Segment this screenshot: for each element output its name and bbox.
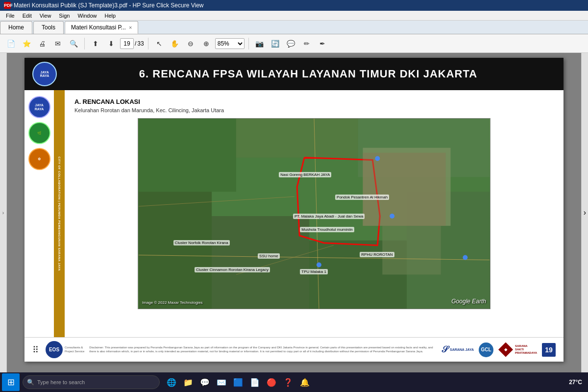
google-earth-badge: Google Earth: [451, 298, 486, 305]
taskbar-right: 27°C: [569, 379, 586, 386]
svg-rect-2: [236, 119, 358, 158]
left-arrow-icon: ›: [2, 210, 4, 216]
right-panel-toggle[interactable]: ›: [581, 53, 588, 372]
map-label-ssu: SSU home: [258, 253, 280, 259]
toolbar-separator-2: [148, 38, 148, 49]
zoom-select[interactable]: 85% 50% 75% 100% 125% 150% 200%: [215, 38, 245, 49]
page-main-title: 6. RENCANA FPSA WILAYAH LAYANAN TIMUR DK…: [61, 68, 556, 80]
title-bar: PDF Materi Konsultasi Publik (SJ Templat…: [0, 0, 588, 11]
menu-bar: File Edit View Sign Window Help: [0, 11, 588, 21]
page-header: JAYARAYA 6. RENCANA FPSA WILAYAH LAYANAN…: [24, 58, 564, 90]
location-text: Kelurahan Rorotan dan Marunda, Kec. Cili…: [74, 107, 554, 113]
svg-rect-4: [139, 192, 212, 309]
start-button[interactable]: ⊞: [2, 373, 20, 391]
map-copyright: Image © 2022 Maxar Technologies: [142, 300, 203, 305]
snapshot-button[interactable]: 📷: [253, 37, 267, 50]
map-label-nasi: Nasi Goreng BERKAH JAYA: [279, 172, 331, 177]
menu-help[interactable]: Help: [101, 13, 120, 19]
svg-rect-5: [212, 216, 309, 309]
taskbar-icon-notification[interactable]: 🔔: [297, 374, 313, 390]
bookmark-button[interactable]: ⭐: [20, 37, 33, 50]
zoom-out-button[interactable]: ⊖: [184, 37, 197, 50]
gcl-logo: GCL: [479, 343, 493, 357]
footer-dots-icon: ⠿: [32, 344, 39, 355]
menu-file[interactable]: File: [2, 13, 19, 19]
svg-point-17: [463, 255, 467, 260]
main-area: › JAYARAYA 6. RENCANA FPSA WILAYAH LAYAN…: [0, 53, 588, 372]
map-label-norfolk: Cluster Norfolk Rorotan Kirana: [173, 240, 230, 245]
tab-bar: Home Tools Materi Konsultasi P... ×: [0, 21, 588, 34]
logo-1: JAYARAYA: [28, 96, 50, 118]
jakarta-logo: JAYARAYA: [32, 62, 57, 86]
vertical-stripe: CITY OF COLLABORATION | PERUMDA PEMBANGU…: [54, 90, 65, 337]
new-button[interactable]: 📄: [4, 37, 18, 50]
taskbar-search-box[interactable]: 🔍 Type here to search: [23, 375, 160, 389]
right-arrow-icon: ›: [584, 208, 586, 217]
page-body: JAYARAYA 🌿 ⚙ CITY OF COLLABORATION | PER…: [24, 90, 564, 337]
svg-point-15: [375, 156, 380, 161]
map-background: Nasi Goreng BERKAH JAYA Pondok Pesantren…: [138, 119, 490, 309]
menu-view[interactable]: View: [36, 13, 55, 19]
tab-home[interactable]: Home: [0, 21, 32, 34]
logo-2: 🌿: [28, 122, 50, 144]
pen-button[interactable]: ✏: [300, 37, 314, 50]
svg-rect-9: [382, 226, 441, 274]
section-title: A. RENCANA LOKASI: [74, 98, 554, 105]
draw-button[interactable]: ✒: [316, 37, 329, 50]
page-footer: ⠿ EOS Consultants &Project Service Discl…: [24, 337, 564, 362]
page-navigation: 19 / 33: [120, 38, 144, 49]
windows-logo-icon: ⊞: [7, 377, 15, 388]
taskbar-icon-pdf[interactable]: 📄: [247, 374, 263, 390]
page-number-badge: 19: [542, 343, 556, 357]
taskbar-icon-teams[interactable]: 💬: [197, 374, 213, 390]
svg-rect-1: [139, 119, 236, 192]
tab-close-button[interactable]: ×: [129, 24, 132, 30]
taskbar-temperature: 27°C: [569, 379, 582, 386]
select-tool-button[interactable]: ↖: [152, 37, 166, 50]
taskbar-icon-explorer[interactable]: 📁: [180, 374, 196, 390]
content-area: A. RENCANA LOKASI Kelurahan Rorotan dan …: [65, 90, 564, 337]
menu-window[interactable]: Window: [74, 13, 100, 19]
svg-point-16: [390, 214, 394, 219]
next-page-button[interactable]: ⬇: [104, 37, 118, 50]
taskbar: ⊞ 🔍 Type here to search 🌐 📁 💬 ✉️ 🟦 📄 🔴 ❓…: [0, 372, 588, 392]
gcl-label: GCL: [481, 347, 491, 352]
menu-sign[interactable]: Sign: [55, 13, 74, 19]
svg-rect-14: [363, 153, 445, 226]
search-button[interactable]: 🔍: [67, 37, 80, 50]
sarana-jaya-logo: 𝒮 SARANA JAYA: [441, 344, 474, 355]
page-number-input[interactable]: 19: [120, 38, 134, 49]
rotate-button[interactable]: 🔄: [269, 37, 282, 50]
map-label-malaka: PT. Malaka Jaya Abadi - Jual dan Sewa: [293, 214, 365, 219]
eos-logo: EOS Consultants &Project Service: [46, 341, 84, 358]
tab-document[interactable]: Materi Konsultasi P... ×: [65, 21, 138, 34]
toolbar-separator: [84, 38, 85, 49]
map-label-rphu: RPHU ROROTAN: [360, 252, 394, 257]
taskbar-search-placeholder: Type here to search: [37, 379, 85, 385]
title-text: Materi Konsultasi Publik (SJ Template)3.…: [14, 2, 204, 9]
email-button[interactable]: ✉: [51, 37, 65, 50]
left-panel-toggle[interactable]: ›: [0, 53, 7, 372]
taskbar-icon-acrobat[interactable]: 🔴: [264, 374, 279, 390]
map-label-cinnamon: Cluster Cinnamon Rorotan Kirana Legacy: [195, 267, 270, 272]
sarana-jaya-label: SARANA JAYA: [450, 348, 474, 351]
map-label-tpu: TPU Malaka 1: [300, 269, 328, 274]
prev-page-button[interactable]: ⬆: [89, 37, 102, 50]
taskbar-icon-mail[interactable]: ✉️: [214, 374, 229, 390]
tab-tools[interactable]: Tools: [33, 21, 64, 34]
menu-edit[interactable]: Edit: [19, 13, 36, 19]
stripe-text: CITY OF COLLABORATION | PERUMDA PEMBANGU…: [58, 156, 61, 270]
zoom-in-button[interactable]: ⊕: [199, 37, 213, 50]
taskbar-icon-edge[interactable]: 🌐: [164, 374, 179, 390]
toolbar-separator-3: [248, 38, 249, 49]
comment-button[interactable]: 💬: [284, 37, 298, 50]
taskbar-icon-help[interactable]: ❓: [280, 374, 296, 390]
print-button[interactable]: 🖨: [35, 37, 49, 50]
hand-tool-button[interactable]: ✋: [168, 37, 182, 50]
toolbar: 📄 ⭐ 🖨 ✉ 🔍 ⬆ ⬇ 19 / 33 ↖ ✋ ⊖ ⊕ 85% 50% 75…: [0, 34, 588, 53]
svg-point-18: [317, 262, 321, 267]
sarana-sakti-icon: ◆: [498, 343, 513, 357]
eos-subtitle: Consultants &Project Service: [65, 346, 84, 353]
taskbar-icon-store[interactable]: 🟦: [230, 374, 246, 390]
eos-icon: EOS: [46, 341, 63, 358]
